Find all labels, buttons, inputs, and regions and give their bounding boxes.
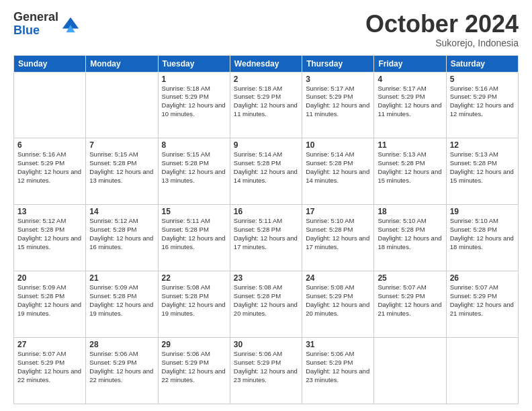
day-cell xyxy=(374,338,446,404)
weekday-header-saturday: Saturday xyxy=(446,55,518,72)
day-number: 13 xyxy=(17,207,82,216)
day-info: Sunrise: 5:06 AM Sunset: 5:29 PM Dayligh… xyxy=(234,350,298,384)
day-number: 11 xyxy=(378,140,442,150)
day-info: Sunrise: 5:15 AM Sunset: 5:28 PM Dayligh… xyxy=(162,150,226,185)
day-number: 21 xyxy=(89,273,154,283)
day-info: Sunrise: 5:10 AM Sunset: 5:28 PM Dayligh… xyxy=(306,217,370,251)
day-cell: 23Sunrise: 5:08 AM Sunset: 5:28 PM Dayli… xyxy=(230,271,302,338)
day-info: Sunrise: 5:14 AM Sunset: 5:28 PM Dayligh… xyxy=(306,150,370,185)
day-cell: 2Sunrise: 5:18 AM Sunset: 5:29 PM Daylig… xyxy=(230,72,302,138)
day-cell: 24Sunrise: 5:08 AM Sunset: 5:29 PM Dayli… xyxy=(302,271,374,338)
day-number: 27 xyxy=(17,340,82,349)
day-cell: 7Sunrise: 5:15 AM Sunset: 5:28 PM Daylig… xyxy=(86,138,158,205)
day-cell: 16Sunrise: 5:11 AM Sunset: 5:28 PM Dayli… xyxy=(230,205,302,271)
day-number: 31 xyxy=(306,340,370,349)
day-number: 4 xyxy=(378,75,442,84)
weekday-header-row: SundayMondayTuesdayWednesdayThursdayFrid… xyxy=(14,55,519,72)
week-row-2: 13Sunrise: 5:12 AM Sunset: 5:28 PM Dayli… xyxy=(14,205,519,271)
day-number: 6 xyxy=(17,140,82,150)
weekday-header-wednesday: Wednesday xyxy=(230,55,302,72)
day-info: Sunrise: 5:13 AM Sunset: 5:28 PM Dayligh… xyxy=(450,150,515,185)
logo-general-text: General xyxy=(13,11,58,24)
weekday-header-tuesday: Tuesday xyxy=(158,55,230,72)
day-number: 30 xyxy=(234,340,298,349)
weekday-header-friday: Friday xyxy=(374,55,446,72)
day-cell: 13Sunrise: 5:12 AM Sunset: 5:28 PM Dayli… xyxy=(14,205,86,271)
day-number: 18 xyxy=(378,207,442,216)
day-info: Sunrise: 5:07 AM Sunset: 5:29 PM Dayligh… xyxy=(17,350,82,384)
day-info: Sunrise: 5:08 AM Sunset: 5:28 PM Dayligh… xyxy=(234,283,298,318)
week-row-1: 6Sunrise: 5:16 AM Sunset: 5:29 PM Daylig… xyxy=(14,138,519,205)
day-cell: 1Sunrise: 5:18 AM Sunset: 5:29 PM Daylig… xyxy=(158,72,230,138)
day-info: Sunrise: 5:08 AM Sunset: 5:29 PM Dayligh… xyxy=(306,283,370,318)
day-number: 7 xyxy=(89,140,154,150)
day-info: Sunrise: 5:13 AM Sunset: 5:28 PM Dayligh… xyxy=(378,150,442,185)
day-info: Sunrise: 5:07 AM Sunset: 5:29 PM Dayligh… xyxy=(450,283,515,318)
day-number: 1 xyxy=(162,75,226,84)
day-cell xyxy=(14,72,86,138)
day-number: 10 xyxy=(306,140,370,150)
day-cell: 20Sunrise: 5:09 AM Sunset: 5:28 PM Dayli… xyxy=(14,271,86,338)
day-cell: 4Sunrise: 5:17 AM Sunset: 5:29 PM Daylig… xyxy=(374,72,446,138)
day-cell: 27Sunrise: 5:07 AM Sunset: 5:29 PM Dayli… xyxy=(14,338,86,404)
day-cell: 31Sunrise: 5:06 AM Sunset: 5:29 PM Dayli… xyxy=(302,338,374,404)
week-row-3: 20Sunrise: 5:09 AM Sunset: 5:28 PM Dayli… xyxy=(14,271,519,338)
weekday-header-monday: Monday xyxy=(86,55,158,72)
day-number: 15 xyxy=(162,207,226,216)
day-cell: 11Sunrise: 5:13 AM Sunset: 5:28 PM Dayli… xyxy=(374,138,446,205)
day-cell: 25Sunrise: 5:07 AM Sunset: 5:29 PM Dayli… xyxy=(374,271,446,338)
day-number: 8 xyxy=(162,140,226,150)
weekday-header-sunday: Sunday xyxy=(14,55,86,72)
logo: General Blue xyxy=(13,11,80,38)
day-number: 12 xyxy=(450,140,515,150)
day-number: 16 xyxy=(234,207,298,216)
day-info: Sunrise: 5:18 AM Sunset: 5:29 PM Dayligh… xyxy=(234,85,298,119)
day-cell: 29Sunrise: 5:06 AM Sunset: 5:29 PM Dayli… xyxy=(158,338,230,404)
day-cell: 10Sunrise: 5:14 AM Sunset: 5:28 PM Dayli… xyxy=(302,138,374,205)
day-info: Sunrise: 5:07 AM Sunset: 5:29 PM Dayligh… xyxy=(378,283,442,318)
day-info: Sunrise: 5:16 AM Sunset: 5:29 PM Dayligh… xyxy=(450,85,515,119)
day-cell: 12Sunrise: 5:13 AM Sunset: 5:28 PM Dayli… xyxy=(446,138,518,205)
day-info: Sunrise: 5:17 AM Sunset: 5:29 PM Dayligh… xyxy=(378,85,442,119)
day-number: 3 xyxy=(306,75,370,84)
day-cell: 5Sunrise: 5:16 AM Sunset: 5:29 PM Daylig… xyxy=(446,72,518,138)
day-info: Sunrise: 5:14 AM Sunset: 5:28 PM Dayligh… xyxy=(234,150,298,185)
location: Sukorejo, Indonesia xyxy=(365,38,519,48)
calendar-table: SundayMondayTuesdayWednesdayThursdayFrid… xyxy=(13,55,519,404)
day-info: Sunrise: 5:16 AM Sunset: 5:29 PM Dayligh… xyxy=(17,150,82,185)
day-number: 25 xyxy=(378,273,442,283)
week-row-0: 1Sunrise: 5:18 AM Sunset: 5:29 PM Daylig… xyxy=(14,72,519,138)
logo-blue-text: Blue xyxy=(13,24,58,38)
day-cell: 9Sunrise: 5:14 AM Sunset: 5:28 PM Daylig… xyxy=(230,138,302,205)
day-cell: 22Sunrise: 5:08 AM Sunset: 5:28 PM Dayli… xyxy=(158,271,230,338)
day-cell: 14Sunrise: 5:12 AM Sunset: 5:28 PM Dayli… xyxy=(86,205,158,271)
day-cell: 21Sunrise: 5:09 AM Sunset: 5:28 PM Dayli… xyxy=(86,271,158,338)
day-number: 26 xyxy=(450,273,515,283)
day-info: Sunrise: 5:18 AM Sunset: 5:29 PM Dayligh… xyxy=(162,85,226,119)
day-info: Sunrise: 5:15 AM Sunset: 5:28 PM Dayligh… xyxy=(89,150,154,185)
title-block: October 2024 Sukorejo, Indonesia xyxy=(365,11,519,48)
day-info: Sunrise: 5:17 AM Sunset: 5:29 PM Dayligh… xyxy=(306,85,370,119)
day-number: 20 xyxy=(17,273,82,283)
day-number: 5 xyxy=(450,75,515,84)
day-info: Sunrise: 5:12 AM Sunset: 5:28 PM Dayligh… xyxy=(17,217,82,251)
day-info: Sunrise: 5:09 AM Sunset: 5:28 PM Dayligh… xyxy=(17,283,82,318)
day-cell: 15Sunrise: 5:11 AM Sunset: 5:28 PM Dayli… xyxy=(158,205,230,271)
day-info: Sunrise: 5:10 AM Sunset: 5:28 PM Dayligh… xyxy=(378,217,442,251)
day-cell: 30Sunrise: 5:06 AM Sunset: 5:29 PM Dayli… xyxy=(230,338,302,404)
day-cell: 26Sunrise: 5:07 AM Sunset: 5:29 PM Dayli… xyxy=(446,271,518,338)
day-info: Sunrise: 5:08 AM Sunset: 5:28 PM Dayligh… xyxy=(162,283,226,318)
day-number: 23 xyxy=(234,273,298,283)
day-cell: 6Sunrise: 5:16 AM Sunset: 5:29 PM Daylig… xyxy=(14,138,86,205)
day-info: Sunrise: 5:06 AM Sunset: 5:29 PM Dayligh… xyxy=(162,350,226,384)
day-info: Sunrise: 5:06 AM Sunset: 5:29 PM Dayligh… xyxy=(306,350,370,384)
day-info: Sunrise: 5:09 AM Sunset: 5:28 PM Dayligh… xyxy=(89,283,154,318)
day-number: 9 xyxy=(234,140,298,150)
weekday-header-thursday: Thursday xyxy=(302,55,374,72)
day-number: 29 xyxy=(162,340,226,349)
day-number: 14 xyxy=(89,207,154,216)
day-number: 24 xyxy=(306,273,370,283)
day-number: 2 xyxy=(234,75,298,84)
day-cell xyxy=(446,338,518,404)
day-cell: 17Sunrise: 5:10 AM Sunset: 5:28 PM Dayli… xyxy=(302,205,374,271)
